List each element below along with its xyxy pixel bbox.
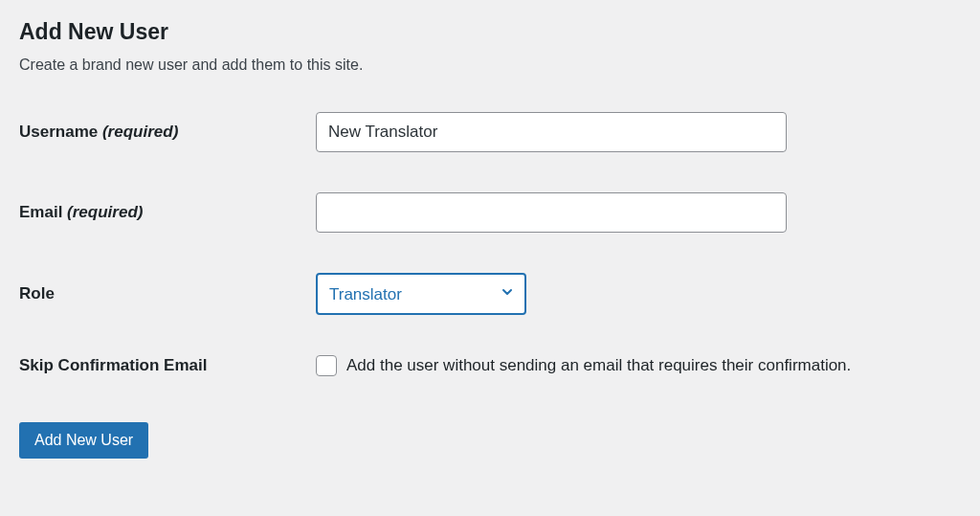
- username-label-text: Username: [19, 123, 98, 141]
- skip-confirmation-row: Skip Confirmation Email Add the user wit…: [19, 355, 961, 376]
- username-row: Username (required): [19, 112, 961, 152]
- role-select[interactable]: Translator: [316, 273, 526, 315]
- page-description: Create a brand new user and add them to …: [19, 56, 961, 74]
- email-required-tag: (required): [67, 203, 143, 221]
- page-title: Add New User: [19, 19, 961, 45]
- skip-confirmation-checkbox[interactable]: [316, 355, 337, 376]
- role-select-wrapper: Translator: [316, 273, 526, 315]
- skip-confirmation-label: Skip Confirmation Email: [19, 356, 316, 375]
- email-row: Email (required): [19, 192, 961, 233]
- role-label: Role: [19, 284, 316, 303]
- username-label: Username (required): [19, 123, 316, 142]
- username-input[interactable]: [316, 112, 787, 152]
- email-input[interactable]: [316, 192, 787, 233]
- email-label-text: Email: [19, 203, 62, 221]
- skip-confirmation-wrapper: Add the user without sending an email th…: [316, 355, 851, 376]
- email-label: Email (required): [19, 203, 316, 222]
- username-required-tag: (required): [102, 123, 178, 141]
- role-row: Role Translator: [19, 273, 961, 315]
- add-new-user-button[interactable]: Add New User: [19, 422, 148, 459]
- skip-confirmation-checkbox-label: Add the user without sending an email th…: [346, 356, 851, 375]
